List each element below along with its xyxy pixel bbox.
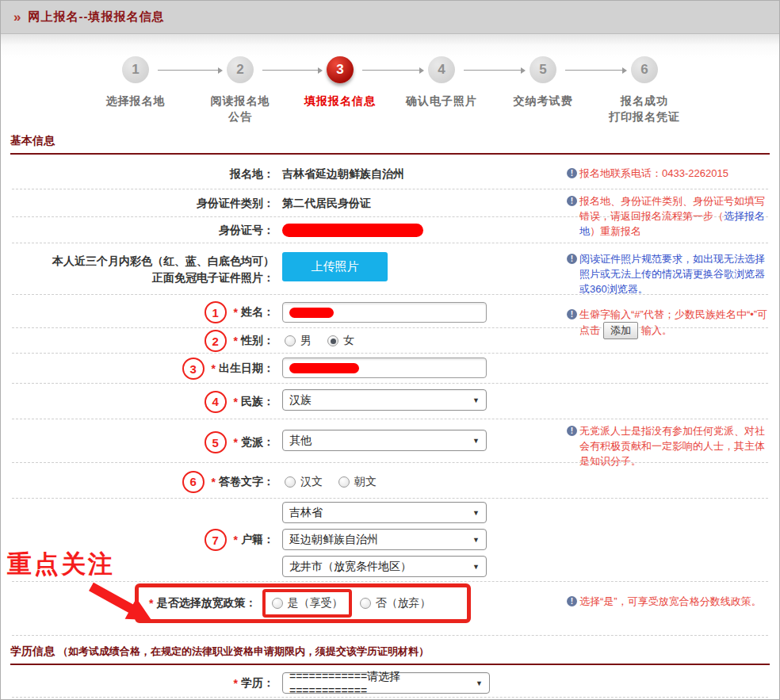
required-asterisk: * <box>212 362 216 375</box>
annotation-circle-6: 6 <box>182 471 205 493</box>
degree-select[interactable]: ============请选择============ ▼ <box>282 672 490 694</box>
annotation-circle-3: 3 <box>182 358 205 380</box>
ethnicity-select[interactable]: 汉族 ▼ <box>282 389 487 411</box>
annotation-circle-1: 1 <box>205 301 227 323</box>
focus-annotation-text: 重点关注 <box>7 548 115 581</box>
step-1-circle: 1 <box>122 56 149 83</box>
required-asterisk: * <box>212 476 216 488</box>
policy-yes-radio[interactable] <box>272 598 283 609</box>
page-title: 网上报名--填报报名信息 <box>28 10 164 25</box>
exam-language-korean-label: 朝文 <box>354 475 377 489</box>
row-name: 1 * 姓名： <box>1 297 556 327</box>
info-icon: ! <box>567 254 577 264</box>
info-icon: ! <box>567 596 577 606</box>
step-2: 2 阅读报名地 公告 <box>188 56 292 124</box>
upload-photo-button[interactable]: 上传照片 <box>282 252 388 281</box>
step-1: 1 选择报名地 <box>83 56 188 109</box>
info-icon: ! <box>567 426 577 436</box>
info-icon: ! <box>567 309 577 319</box>
step-5: 5 交纳考试费 <box>491 56 595 109</box>
degree-label: 学历： <box>241 676 274 690</box>
row-exam-language: 6 * 答卷文字： 汉文 朝文 <box>1 465 556 498</box>
gender-female-label: 女 <box>343 334 354 348</box>
divider <box>12 697 768 698</box>
name-label: 姓名： <box>241 305 274 319</box>
required-asterisk: * <box>234 335 238 347</box>
id-type-value: 第二代居民身份证 <box>282 191 371 216</box>
chevron-down-icon: ▼ <box>476 679 483 687</box>
annotation-circle-5: 5 <box>205 431 227 453</box>
policy-label: 是否选择放宽政策： <box>156 596 256 610</box>
divider <box>12 189 768 189</box>
step-indicator: 1 选择报名地 2 阅读报名地 公告 3 填报报名信息 4 确认电子照片 5 交… <box>1 34 779 134</box>
policy-no-radio[interactable] <box>360 598 371 609</box>
id-number-label: 身份证号： <box>1 218 274 243</box>
redaction-overlay <box>289 363 359 373</box>
row-birth-date: 3 * 出生日期： <box>1 354 556 383</box>
divider <box>12 498 768 499</box>
education-section-title: 学历信息 （如考试成绩合格，在规定的法律职业资格申请期限内，须提交该学历证明材料… <box>10 645 770 665</box>
required-asterisk: * <box>234 677 238 690</box>
row-gender: 2 * 性别： 男 女 <box>1 329 556 353</box>
exam-language-chinese-radio[interactable] <box>285 476 296 488</box>
row-photo-upload: 本人近三个月内彩色（红、蓝、白底色均可） 正面免冠电子证件照片： 上传照片 <box>1 245 556 294</box>
required-asterisk: * <box>234 534 238 546</box>
registration-page: » 网上报名--填报报名信息 1 选择报名地 2 阅读报名地 公告 3 填报报名… <box>0 0 780 700</box>
row-party: 5 * 党派： 其他 ▼ <box>1 424 556 461</box>
chevron-down-icon: ▼ <box>472 509 480 517</box>
registration-location-label: 报名地： <box>1 162 274 187</box>
residence-prefecture-select[interactable]: 延边朝鲜族自治州 ▼ <box>282 529 487 550</box>
add-button[interactable]: 添加 <box>603 322 638 339</box>
required-asterisk: * <box>234 306 238 319</box>
chevron-right-icon: » <box>13 10 21 24</box>
registration-location-value: 吉林省延边朝鲜族自治州 <box>282 162 404 187</box>
chevron-down-icon: ▼ <box>472 563 480 571</box>
hint-photo-requirements: ! 阅读证件照片规范要求，如出现无法选择照片或无法上传的情况请更换谷歌浏览器或3… <box>567 251 774 296</box>
id-type-label: 身份证件类别： <box>1 191 274 216</box>
birth-date-label: 出生日期： <box>219 361 274 376</box>
required-asterisk: * <box>234 436 238 449</box>
residence-province-select[interactable]: 吉林省 ▼ <box>282 502 487 523</box>
gender-female-radio[interactable] <box>327 335 338 346</box>
chevron-down-icon: ▼ <box>472 536 480 544</box>
hint-rare-characters: ! 生僻字输入“#”代替；少数民族姓名中“•”可点击添加输入。 <box>567 307 774 339</box>
chevron-down-icon: ▼ <box>472 437 480 445</box>
step-1-label: 选择报名地 <box>83 93 188 109</box>
step-6: 6 报名成功 打印报名凭证 <box>592 56 697 124</box>
exam-language-korean-radio[interactable] <box>338 476 350 488</box>
row-id-type: 身份证件类别： 第二代居民身份证 <box>1 191 556 216</box>
redaction-overlay <box>289 308 334 318</box>
divider <box>12 243 768 243</box>
residence-city-select[interactable]: 龙井市（放宽条件地区） ▼ <box>282 556 487 577</box>
row-ethnicity: 4 * 民族： 汉族 ▼ <box>1 384 556 419</box>
party-select[interactable]: 其他 ▼ <box>282 430 487 451</box>
step-6-label: 报名成功 打印报名凭证 <box>592 93 697 124</box>
divider <box>12 419 768 419</box>
hint-policy: ! 选择“是”，可享受放宽合格分数线政策。 <box>567 594 774 609</box>
hint-party-definition: ! 无党派人士是指没有参加任何党派、对社会有积极贡献和一定影响的人士，其主体是知… <box>567 423 774 469</box>
info-icon: ! <box>567 168 577 178</box>
policy-yes-label: 是（享受） <box>287 596 342 610</box>
party-label: 党派： <box>241 435 274 449</box>
annotation-circle-2: 2 <box>205 330 227 352</box>
name-input[interactable] <box>282 302 487 323</box>
divider <box>12 635 768 636</box>
step-4-label: 确认电子照片 <box>389 93 494 109</box>
gender-male-label: 男 <box>300 334 312 348</box>
step-5-label: 交纳考试费 <box>491 93 595 109</box>
step-2-label: 阅读报名地 公告 <box>188 93 292 124</box>
gender-male-radio[interactable] <box>285 335 296 346</box>
annotation-circle-4: 4 <box>205 391 227 413</box>
policy-highlight-box: * 是否选择放宽政策： 是（享受） 否（放弃） <box>135 583 471 623</box>
birth-date-input[interactable] <box>282 358 487 378</box>
step-2-circle: 2 <box>227 56 254 83</box>
policy-yes-highlight-box: 是（享受） <box>262 589 352 618</box>
row-degree: * 学历： ============请选择============ ▼ <box>1 671 556 695</box>
row-id-number: 身份证号： <box>1 218 556 243</box>
step-3-circle: 3 <box>327 56 354 83</box>
required-asterisk: * <box>234 396 238 408</box>
step-5-circle: 5 <box>530 56 556 83</box>
redaction-overlay <box>282 224 423 237</box>
education-section-note: （如考试成绩合格，在规定的法律职业资格申请期限内，须提交该学历证明材料） <box>58 645 429 657</box>
step-3-current: 3 填报报名信息 <box>288 56 392 109</box>
